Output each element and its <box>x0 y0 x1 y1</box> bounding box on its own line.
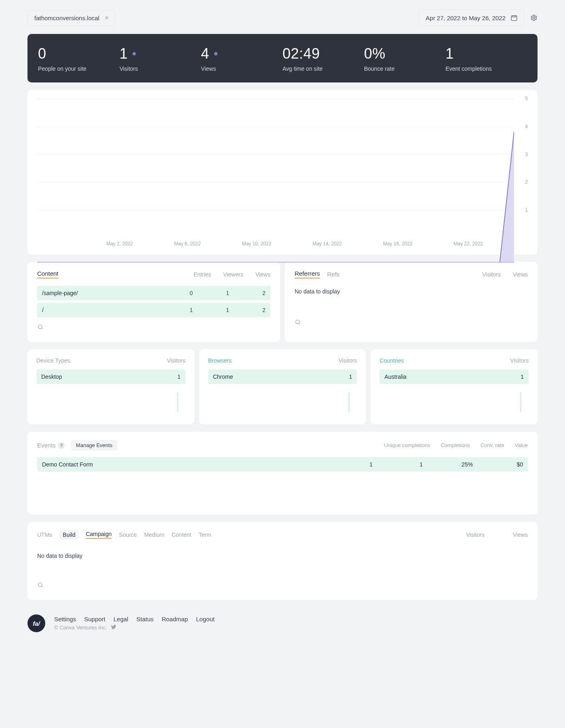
stat-label: Visitors <box>120 65 201 72</box>
browsers-col: Visitors <box>339 357 357 364</box>
topbar: fathomconversions.local Apr 27, 2022 to … <box>27 10 538 26</box>
search-icon[interactable] <box>37 324 44 330</box>
manage-events-button[interactable]: Manage Events <box>71 440 117 451</box>
logo-icon[interactable]: fa/ <box>27 614 45 632</box>
tab-source[interactable]: Source <box>119 532 137 538</box>
events-title: Events <box>37 442 56 449</box>
stat-value: 4 <box>201 45 209 62</box>
stat-label: People on your site <box>38 65 120 72</box>
stat-label: Views <box>201 65 282 72</box>
site-name: fathomconversions.local <box>34 15 99 21</box>
page-path: /sample-page/ <box>42 290 78 296</box>
y-tick: 3 <box>525 152 528 157</box>
search-icon[interactable] <box>295 319 301 325</box>
event-name: Demo Contact Form <box>42 461 93 468</box>
tab-campaign[interactable]: Campaign <box>86 531 112 539</box>
countries-panel: CountriesVisitors Australia1 <box>371 349 538 424</box>
footer: fa/ SettingsSupportLegalStatusRoadmapLog… <box>27 614 538 632</box>
table-row[interactable]: Chrome1 <box>208 369 357 384</box>
tab-content[interactable]: Content <box>37 270 59 279</box>
scrollbar-icon <box>348 392 350 412</box>
svg-point-5 <box>38 583 42 587</box>
utms-nodata: No data to display <box>37 550 528 567</box>
stat-value: 0 <box>38 45 46 62</box>
stat[interactable]: 02:49Avg time on site <box>282 45 364 72</box>
col-header: Unique completions <box>384 442 430 448</box>
site-selector[interactable]: fathomconversions.local <box>27 10 115 26</box>
svg-point-1 <box>533 17 535 19</box>
events-panel: Events? Manage Events Unique completions… <box>27 432 538 515</box>
stat-value: 02:49 <box>282 45 320 62</box>
col-header: Views <box>255 271 270 278</box>
stat[interactable]: 4Views <box>201 45 282 72</box>
status-dot-icon <box>105 16 108 19</box>
table-row[interactable]: /sample-page/012 <box>37 286 270 300</box>
search-icon[interactable] <box>37 582 44 588</box>
stat-value: 0% <box>364 45 386 62</box>
footer-link[interactable]: Logout <box>196 616 215 622</box>
y-tick: 5 <box>525 96 528 101</box>
footer-link[interactable]: Roadmap <box>162 616 188 622</box>
stat-label: Event completions <box>445 65 527 72</box>
stat-label: Avg time on site <box>282 65 364 72</box>
footer-link[interactable]: Legal <box>114 616 129 622</box>
chart-card: 12345 May 2, 2022May 6, 2022May 10, 2022… <box>27 90 538 255</box>
stat-label: Bounce rate <box>364 65 446 72</box>
pulse-icon <box>133 52 136 55</box>
stat-value: 1 <box>120 45 128 62</box>
stat[interactable]: 0People on your site <box>38 45 120 72</box>
footer-link[interactable]: Status <box>136 616 154 622</box>
scrollbar-icon <box>177 392 178 412</box>
tab-content[interactable]: Content <box>171 532 191 538</box>
date-range-picker[interactable]: Apr 27, 2022 to May 26, 2022 <box>419 10 525 26</box>
content-panel: Content EntriesViewersViews /sample-page… <box>27 262 280 342</box>
chart-svg <box>37 99 514 263</box>
gear-icon[interactable] <box>530 14 538 21</box>
page-path: / <box>42 307 44 313</box>
table-row[interactable]: Australia1 <box>379 369 529 384</box>
col-views: Views <box>513 532 528 538</box>
scrollbar-icon <box>520 392 521 412</box>
footer-link[interactable]: Support <box>84 616 105 622</box>
table-row[interactable]: Demo Contact Form 1 1 25% $0 <box>37 457 528 472</box>
svg-point-4 <box>296 320 299 324</box>
col-header: Viewers <box>223 271 243 278</box>
devices-title: Device Types <box>36 357 70 364</box>
tab-refs[interactable]: Refs <box>327 271 340 278</box>
tab-term[interactable]: Term <box>199 532 211 538</box>
twitter-icon[interactable] <box>111 624 116 631</box>
utms-panel: UTMs Build Campaign Source Medium Conten… <box>27 522 538 600</box>
col-header: Value <box>515 442 528 448</box>
col-visitors: Visitors <box>466 532 485 538</box>
col-header: Completions <box>441 442 470 448</box>
table-row[interactable]: Desktop1 <box>36 369 186 384</box>
col-header: Entries <box>194 271 211 278</box>
y-tick: 1 <box>525 207 528 213</box>
col-header: Conv. rate <box>481 442 504 448</box>
copyright-text: © Conva Ventures Inc. <box>54 625 107 631</box>
calendar-icon <box>510 14 518 21</box>
footer-link[interactable]: Settings <box>54 616 76 622</box>
countries-title[interactable]: Countries <box>379 357 404 364</box>
svg-rect-0 <box>511 16 517 21</box>
stats-bar: 0People on your site1Visitors4Views02:49… <box>27 34 538 82</box>
stat[interactable]: 0%Bounce rate <box>364 45 446 72</box>
tab-referrers[interactable]: Referrers <box>295 270 320 279</box>
pulse-icon <box>214 52 217 55</box>
browsers-title[interactable]: Browsers <box>208 357 232 364</box>
utms-label: UTMs <box>37 532 52 538</box>
utm-build-button[interactable]: Build <box>59 530 78 540</box>
date-range-text: Apr 27, 2022 to May 26, 2022 <box>426 15 506 21</box>
stat[interactable]: 1Visitors <box>120 45 201 72</box>
y-tick: 2 <box>525 179 528 185</box>
help-icon[interactable]: ? <box>58 442 65 449</box>
devices-col: Visitors <box>167 357 186 364</box>
referrers-panel: Referrers Refs Visitors Views No data to… <box>285 262 538 342</box>
svg-point-3 <box>38 325 42 329</box>
table-row[interactable]: /112 <box>37 303 270 317</box>
stat[interactable]: 1Event completions <box>445 45 527 72</box>
stat-value: 1 <box>445 45 454 62</box>
browsers-panel: BrowsersVisitors Chrome1 <box>199 349 366 424</box>
col-views: Views <box>513 271 528 278</box>
tab-medium[interactable]: Medium <box>144 532 164 538</box>
